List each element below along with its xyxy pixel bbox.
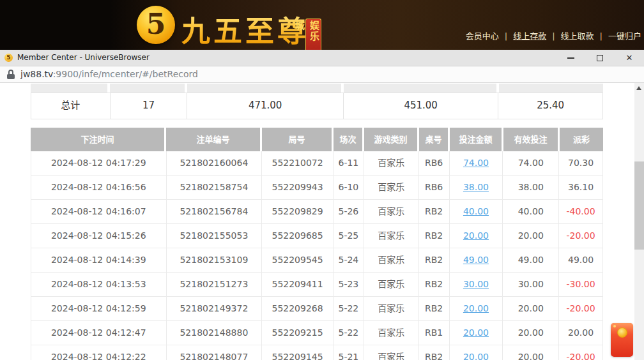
summary-table: 总计17471.00451.0025.40 xyxy=(31,84,603,119)
bet-amount-link[interactable]: 20.00 xyxy=(463,352,489,360)
bet-amount-link[interactable]: 38.00 xyxy=(463,182,489,192)
nav-separator: | xyxy=(505,31,507,41)
nav-link[interactable]: 线上存款 xyxy=(513,31,546,41)
nav-link[interactable]: 会员中心 xyxy=(466,31,499,41)
cell: 百家乐 xyxy=(364,248,419,272)
table-row: 2024-08-12 04:13:53521802151273552209411… xyxy=(31,273,602,297)
table-row: 2024-08-12 04:16:56521802158754552209943… xyxy=(31,176,602,200)
cell: 5-26 xyxy=(334,200,364,223)
minimize-button[interactable] xyxy=(556,50,585,66)
cell: 552210072 xyxy=(262,151,334,175)
cell: 40.00 xyxy=(450,200,503,223)
cell: 5-22 xyxy=(334,321,364,345)
bet-amount-link[interactable]: 74.00 xyxy=(463,158,489,168)
table-row: 2024-08-12 04:16:07521802156784552209829… xyxy=(31,200,602,224)
bet-amount-link[interactable]: 30.00 xyxy=(463,279,489,289)
cell: 552209268 xyxy=(262,297,334,320)
cell: RB2 xyxy=(419,273,450,296)
cell: 20.00 xyxy=(450,224,503,248)
summary-cell: 25.40 xyxy=(498,93,602,119)
app-icon-glyph: 5 xyxy=(6,54,10,61)
cell: RB6 xyxy=(419,151,450,175)
summary-cell: 17 xyxy=(111,93,188,119)
cell: 521802158754 xyxy=(167,176,263,199)
site-banner: 5 九五至尊 娱乐城 会员中心|线上存款|线上取款|一键归户 xyxy=(0,0,644,50)
summary-hidden-cell xyxy=(31,84,110,93)
cell: 49.00 xyxy=(559,248,602,272)
coin-icon xyxy=(617,327,627,338)
column-header: 桌号 xyxy=(419,128,450,151)
cell: 36.10 xyxy=(559,176,602,199)
cell: -40.00 xyxy=(559,200,602,223)
cell: 百家乐 xyxy=(364,224,419,248)
address-bar[interactable]: jw88.tv:9900/infe/mcenter/#/betRecord xyxy=(0,66,644,83)
cell: 2024-08-12 04:16:07 xyxy=(31,200,167,223)
url-path: :9900/infe/mcenter/#/betRecord xyxy=(53,69,198,79)
cell: 38.00 xyxy=(503,176,559,199)
envelope-dot xyxy=(613,325,616,327)
site-logo-icon: 5 xyxy=(137,6,175,44)
cell: 20.00 xyxy=(450,297,503,320)
summary-hidden-cell xyxy=(110,84,187,93)
bet-amount-link[interactable]: 20.00 xyxy=(463,230,489,241)
cell: 5-22 xyxy=(334,297,364,320)
site-logo-text: 九五至尊 xyxy=(181,8,309,50)
cell: RB2 xyxy=(419,200,450,223)
page-content: 总计17471.00451.0025.40 下注时间注单编号局号场次游戏类别桌号… xyxy=(0,83,644,360)
cell: 552209829 xyxy=(262,200,334,223)
column-header: 派彩 xyxy=(560,128,603,151)
cell: 5-21 xyxy=(334,345,364,360)
nav-separator: | xyxy=(600,31,602,41)
summary-cell: 451.00 xyxy=(344,93,498,119)
column-header: 注单编号 xyxy=(166,128,262,151)
nav-separator: | xyxy=(552,31,555,41)
logo-symbol: 5 xyxy=(146,8,166,40)
cell: 2024-08-12 04:17:29 xyxy=(31,151,167,175)
logo-badge: 娱乐城 xyxy=(305,19,321,50)
bet-amount-link[interactable]: 20.00 xyxy=(463,303,489,313)
bet-amount-link[interactable]: 20.00 xyxy=(463,327,489,338)
bet-table-body: 2024-08-12 04:17:29521802160064552210072… xyxy=(31,151,603,360)
nav-link[interactable]: 一键归户 xyxy=(608,31,641,41)
cell: 20.00 xyxy=(503,321,559,345)
cell: 74.00 xyxy=(503,151,559,175)
scrollbar-thumb[interactable] xyxy=(634,161,644,250)
bet-record-table: 下注时间注单编号局号场次游戏类别桌号投注金额有效投注派彩 2024-08-12 … xyxy=(31,128,603,360)
cell: 百家乐 xyxy=(364,151,419,175)
cell: 20.00 xyxy=(450,345,503,360)
column-header: 投注金额 xyxy=(450,128,503,151)
browser-app-icon: 5 xyxy=(4,54,13,62)
table-row: 2024-08-12 04:14:39521802153109552209545… xyxy=(31,248,602,273)
cell: 38.00 xyxy=(450,176,503,199)
window-title: Member Center - UniverseBrowser xyxy=(17,50,150,66)
vertical-scrollbar[interactable] xyxy=(634,83,644,360)
cell: 30.00 xyxy=(503,273,559,296)
close-button[interactable]: ✕ xyxy=(615,50,644,66)
table-row: 2024-08-12 04:12:59521802149372552209268… xyxy=(31,297,602,321)
url-text[interactable]: jw88.tv:9900/infe/mcenter/#/betRecord xyxy=(20,66,198,82)
close-icon: ✕ xyxy=(626,50,633,66)
summary-hidden-cell xyxy=(187,84,344,93)
cell: 552209545 xyxy=(262,248,334,272)
cell: -20.00 xyxy=(559,345,602,360)
cell: 552209145 xyxy=(262,345,334,360)
cell: RB2 xyxy=(419,297,450,320)
red-envelope-promo-icon[interactable] xyxy=(611,323,633,357)
cell: 百家乐 xyxy=(364,297,419,320)
table-row: 2024-08-12 04:17:29521802160064552210072… xyxy=(31,151,602,176)
cell: RB1 xyxy=(419,321,450,345)
nav-link[interactable]: 线上取款 xyxy=(561,31,594,41)
maximize-button[interactable] xyxy=(585,50,615,66)
cell: 552209943 xyxy=(262,176,334,199)
cell: RB2 xyxy=(419,345,450,360)
cell: 20.00 xyxy=(450,321,503,345)
cell: 百家乐 xyxy=(364,321,419,345)
scroll-up-icon[interactable] xyxy=(636,86,641,90)
bet-amount-link[interactable]: 40.00 xyxy=(463,206,489,216)
cell: RB6 xyxy=(419,176,450,199)
cell: 5-23 xyxy=(334,273,364,296)
cell: 20.00 xyxy=(503,224,559,248)
cell: 49.00 xyxy=(450,248,503,272)
table-row: 2024-08-12 04:12:47521802148880552209215… xyxy=(31,321,602,345)
bet-amount-link[interactable]: 49.00 xyxy=(463,255,489,265)
